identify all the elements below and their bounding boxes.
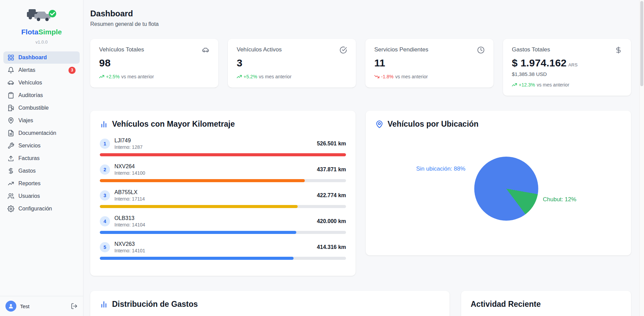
alert-count-badge: 3 xyxy=(68,67,76,74)
sidebar-item-label: Servicios xyxy=(18,143,41,149)
stat-trend: +5.2% vs mes anterior xyxy=(237,74,347,79)
document-icon xyxy=(7,130,14,137)
mileage-row: 5 NXV263 Interno: 14101 414.316 km xyxy=(100,241,346,260)
vehicle-interno: Interno: 14101 xyxy=(114,248,145,253)
map-pin-icon xyxy=(375,120,383,128)
sidebar-item-label: Usuarios xyxy=(18,193,40,199)
pie-label-sin-ubicacion: Sin ubicación: 88% xyxy=(416,165,466,172)
stat-label: Vehículos Totales xyxy=(99,46,144,53)
sidebar-item-facturas[interactable]: Facturas xyxy=(3,152,80,164)
stat-card-vehiculos-activos: Vehículos Activos 3 +5.2% vs mes anterio… xyxy=(228,39,356,88)
bell-icon xyxy=(7,67,14,74)
stat-trend: +12.3% vs mes anterior xyxy=(512,82,622,88)
vehicle-plate: AB755LX xyxy=(114,189,145,195)
vehicle-plate: OLB313 xyxy=(114,215,145,221)
trend-up-icon xyxy=(99,75,104,79)
sidebar-item-label: Alertas xyxy=(18,67,35,73)
rank-badge: 2 xyxy=(100,164,110,175)
grid-icon xyxy=(7,54,14,61)
location-panel: Vehículos por Ubicación Sin ubicación: 8… xyxy=(366,111,631,255)
mileage-list: 1 LJI749 Interno: 1287 526.501 km 2 NXV2… xyxy=(100,138,346,260)
sidebar-item-viajes[interactable]: Viajes xyxy=(3,114,80,127)
vehicle-plate: LJI749 xyxy=(114,138,143,144)
bar-chart-icon xyxy=(100,300,108,309)
car-icon xyxy=(7,79,14,86)
map-pin-icon xyxy=(7,117,14,124)
trend-up-icon xyxy=(237,75,242,79)
stat-value: 3 xyxy=(237,57,347,69)
user-avatar xyxy=(5,301,16,312)
activity-panel-title: Actividad Reciente xyxy=(471,300,541,309)
stat-card-gastos-totales: Gastos Totales $ 1.974.162ARS $1,385.38 … xyxy=(503,39,631,96)
rank-badge: 3 xyxy=(100,190,110,201)
stat-card-vehiculos-totales: Vehículos Totales 98 +2.5% vs mes anteri… xyxy=(90,39,218,88)
mileage-row: 1 LJI749 Interno: 1287 526.501 km xyxy=(100,138,346,156)
sidebar-item-usuarios[interactable]: Usuarios xyxy=(3,190,80,202)
sidebar-item-auditorias[interactable]: Auditorías xyxy=(3,89,80,101)
sidebar-item-label: Auditorías xyxy=(18,92,43,98)
stat-label: Gastos Totales xyxy=(512,46,550,53)
sidebar-item-label: Facturas xyxy=(18,155,40,161)
sidebar-item-label: Combustible xyxy=(18,105,49,111)
vehicle-km: 422.774 km xyxy=(317,192,346,199)
stat-value: $ 1.974.162ARS xyxy=(512,57,622,69)
mileage-panel: Vehículos con Mayor Kilometraje 1 LJI749… xyxy=(90,111,356,276)
rank-badge: 1 xyxy=(100,139,110,149)
wrench-icon xyxy=(7,142,14,149)
vehicle-km: 414.316 km xyxy=(317,244,346,250)
trend-up-icon xyxy=(512,83,517,87)
km-bar-fill xyxy=(100,205,298,208)
sidebar-item-reportes[interactable]: Reportes xyxy=(3,177,80,190)
mileage-row: 4 OLB313 Interno: 14104 420.000 km xyxy=(100,215,346,234)
vertical-scrollbar[interactable] xyxy=(639,0,644,316)
sidebar-item-vehiculos[interactable]: Vehículos xyxy=(3,77,80,89)
sidebar-item-alertas[interactable]: Alertas 3 xyxy=(3,64,80,76)
car-icon xyxy=(202,46,209,54)
sidebar-item-servicios[interactable]: Servicios xyxy=(3,140,80,152)
sidebar-item-dashboard[interactable]: Dashboard xyxy=(3,51,80,64)
bar-chart-icon xyxy=(100,120,108,128)
trending-up-icon xyxy=(7,180,14,187)
activity-panel: Actividad Reciente xyxy=(461,291,631,316)
sidebar-item-label: Gastos xyxy=(18,168,36,174)
scrollbar-thumb[interactable] xyxy=(640,1,643,86)
sidebar-item-label: Viajes xyxy=(18,117,33,124)
sidebar: FlotaSimple v1.0.0 Dashboard Alertas 3 V… xyxy=(0,0,83,316)
logout-icon[interactable] xyxy=(71,303,78,310)
km-bar-fill xyxy=(100,257,294,260)
stat-trend: +2.5% vs mes anterior xyxy=(99,74,209,79)
vehicle-plate: NXV263 xyxy=(114,241,145,247)
users-icon xyxy=(7,193,14,200)
sidebar-item-configuracion[interactable]: Configuración xyxy=(3,203,80,215)
stat-trend: -1.8% vs mes anterior xyxy=(374,74,485,79)
currency-label: ARS xyxy=(568,62,578,67)
km-bar-track xyxy=(100,257,346,260)
page-subtitle: Resumen general de tu flota xyxy=(90,21,631,27)
vehicle-km: 420.000 km xyxy=(317,218,346,224)
sidebar-item-label: Vehículos xyxy=(18,80,42,86)
sidebar-item-documentacion[interactable]: Documentación xyxy=(3,127,80,139)
location-pie-chart: Sin ubicación: 88% Chubut: 12% xyxy=(375,131,622,247)
brand-name: FlotaSimple xyxy=(3,28,80,36)
sidebar-nav: Dashboard Alertas 3 Vehículos Auditorías… xyxy=(0,49,83,296)
rank-badge: 4 xyxy=(100,216,110,226)
stat-card-servicios-pendientes: Servicios Pendientes 11 -1.8% vs mes ant… xyxy=(365,39,493,88)
sidebar-item-combustible[interactable]: Combustible xyxy=(3,102,80,114)
sidebar-item-label: Configuración xyxy=(18,206,52,212)
sidebar-item-label: Dashboard xyxy=(18,54,47,61)
vehicle-km: 437.871 km xyxy=(317,167,346,173)
stat-label: Vehículos Activos xyxy=(237,46,282,53)
rank-badge: 5 xyxy=(100,242,110,252)
pie-label-chubut: Chubut: 12% xyxy=(543,196,576,203)
pie-chart xyxy=(474,157,538,221)
km-bar-track xyxy=(100,231,346,234)
gear-icon xyxy=(7,205,14,212)
sidebar-item-gastos[interactable]: Gastos xyxy=(3,165,80,177)
km-bar-track xyxy=(100,153,346,156)
expenses-panel: Distribución de Gastos xyxy=(90,291,450,316)
mileage-row: 3 AB755LX Interno: 17114 422.774 km xyxy=(100,189,346,208)
km-bar-fill xyxy=(100,153,346,156)
vehicle-interno: Interno: 14100 xyxy=(114,170,145,176)
app-logo: FlotaSimple xyxy=(0,0,83,40)
stat-value: 11 xyxy=(374,57,485,69)
